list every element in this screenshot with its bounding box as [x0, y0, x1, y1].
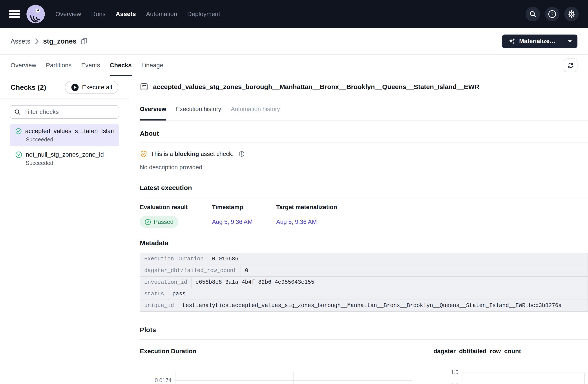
search-button[interactable] [525, 7, 540, 21]
info-icon[interactable] [239, 151, 245, 157]
top-nav-links: Overview Runs Assets Automation Deployme… [55, 11, 220, 18]
sparkle-icon [508, 38, 516, 45]
y-tick-label: 1.0 [451, 369, 459, 375]
refresh-icon [567, 62, 574, 69]
tab-events[interactable]: Events [81, 55, 100, 76]
check-detail-tabs: Overview Execution history Automation hi… [140, 98, 588, 121]
filter-checks-input[interactable] [10, 105, 119, 119]
target-materialization-link[interactable]: Aug 5, 9:36 AM [276, 219, 317, 225]
divider [140, 197, 588, 197]
materialize-split-button: Materialize… [502, 35, 577, 48]
asset-check-icon [140, 83, 148, 91]
execute-all-button[interactable]: Execute all [65, 81, 118, 94]
check-detail-panel: accepted_values_stg_zones_borough__Manha… [129, 76, 588, 384]
refresh-button[interactable] [564, 59, 577, 72]
materialize-button[interactable]: Materialize… [502, 35, 562, 48]
nav-deployment[interactable]: Deployment [187, 11, 220, 18]
check-status: Succeeded [26, 160, 113, 166]
materialize-dropdown-button[interactable] [562, 35, 577, 48]
nav-overview[interactable]: Overview [55, 11, 81, 18]
play-circle-icon [71, 83, 79, 91]
chart-title: Execution Duration [140, 348, 433, 355]
check-circle-icon [15, 151, 22, 158]
table-row: unique_id test.analytics.accepted_values… [140, 300, 588, 312]
no-description-text: No description provided [140, 164, 588, 171]
blocking-note: This is a blocking asset check. [140, 150, 588, 158]
gear-icon [567, 10, 576, 18]
timestamp-link[interactable]: Aug 5, 9:36 AM [212, 219, 253, 225]
tab-checks[interactable]: Checks [110, 55, 132, 76]
check-list-item-accepted-values[interactable]: accepted_values_s…taten_Island_ Succeede… [10, 124, 119, 146]
materialize-label: Materialize… [519, 38, 555, 45]
failed-row-count-chart: dagster_dbt/failed_row_count 1.0 0.6 [433, 348, 588, 384]
settings-button[interactable] [564, 7, 579, 21]
divider [140, 143, 588, 143]
execution-duration-chart: Execution Duration 0.0174 [140, 348, 433, 384]
caret-down-icon [567, 40, 572, 43]
check-circle-icon [145, 219, 151, 225]
check-list: accepted_values_s…taten_Island_ Succeede… [10, 124, 119, 170]
help-icon: ? [548, 10, 557, 19]
search-icon [14, 109, 21, 115]
table-row: Execution Duration 0.016686 [140, 253, 588, 265]
breadcrumb-bar: Assets stg_zones Materialize… [0, 28, 588, 55]
check-tab-overview[interactable]: Overview [140, 98, 166, 120]
menu-icon[interactable] [9, 10, 20, 18]
copy-icon[interactable] [81, 38, 87, 45]
metadata-heading: Metadata [140, 239, 588, 247]
table-row: invocation_id e658b8c8-3a1a-4b4f-82b6-4c… [140, 277, 588, 288]
divider [140, 339, 588, 340]
chart-canvas: 1.0 0.6 [462, 372, 584, 384]
dagster-logo-icon[interactable] [26, 5, 45, 23]
check-tab-execution-history[interactable]: Execution history [176, 98, 221, 120]
latest-execution-heading: Latest execution [140, 184, 588, 192]
check-list-item-not-null[interactable]: not_null_stg_zones_zone_id Succeeded [10, 148, 119, 170]
col-evaluation-result: Evaluation result [140, 204, 212, 211]
svg-text:?: ? [551, 11, 553, 17]
breadcrumb-current: stg_zones [43, 37, 77, 45]
checks-count-title: Checks (2) [11, 83, 46, 91]
check-tab-automation-history[interactable]: Automation history [231, 98, 280, 120]
tab-lineage[interactable]: Lineage [141, 55, 163, 76]
table-row: status pass [140, 288, 588, 300]
metadata-table: Execution Duration 0.016686 dagster_dbt/… [140, 253, 588, 312]
table-row: dagster_dbt/failed_row_count 0 [140, 265, 588, 277]
y-tick-label: 0.0174 [155, 377, 171, 384]
top-nav: Overview Runs Assets Automation Deployme… [0, 0, 588, 28]
chevron-right-icon [34, 38, 39, 44]
help-button[interactable]: ? [545, 7, 559, 21]
tab-partitions[interactable]: Partitions [46, 55, 72, 76]
nav-runs[interactable]: Runs [91, 11, 105, 18]
tab-overview[interactable]: Overview [11, 55, 36, 76]
about-heading: About [140, 130, 588, 137]
chart-canvas: 0.0174 [175, 372, 413, 384]
col-timestamp: Timestamp [212, 204, 276, 211]
chart-title: dagster_dbt/failed_row_count [433, 348, 588, 355]
check-title: accepted_values_stg_zones_borough__Manha… [153, 83, 479, 91]
dagster-app: Overview Runs Assets Automation Deployme… [0, 0, 588, 384]
checks-sidebar: Checks (2) Execute all accepted_values_s… [0, 76, 129, 384]
check-status: Succeeded [26, 136, 113, 143]
passed-badge: Passed [140, 216, 178, 228]
check-circle-icon [15, 128, 22, 135]
y-tick-label: 0.6 [451, 383, 459, 384]
breadcrumb-assets-link[interactable]: Assets [11, 38, 30, 45]
search-icon [529, 10, 537, 18]
nav-automation[interactable]: Automation [146, 11, 177, 18]
shield-check-icon [140, 150, 147, 158]
plots-heading: Plots [140, 326, 588, 334]
nav-assets[interactable]: Assets [116, 11, 136, 18]
col-target-materialization: Target materialization [276, 204, 337, 211]
asset-tabs-bar: Overview Partitions Events Checks Lineag… [0, 55, 588, 76]
